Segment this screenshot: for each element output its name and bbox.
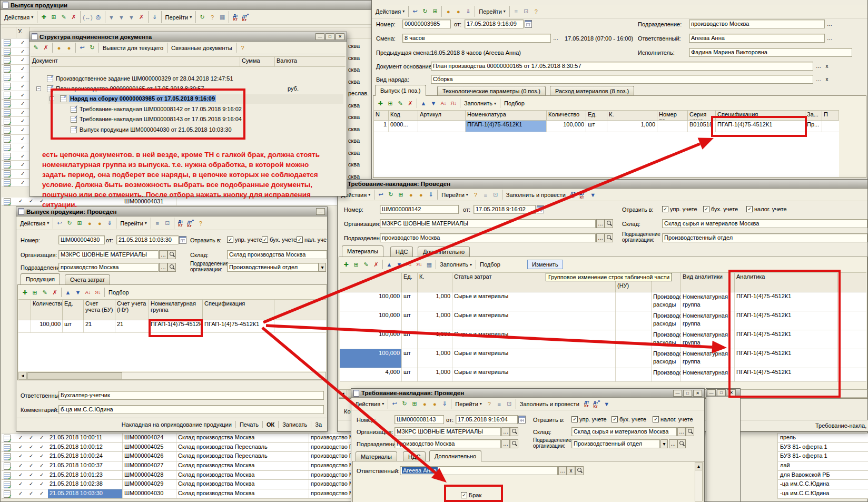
list-row[interactable]: ✓ [2,126,29,135]
save-button[interactable]: Записать [279,421,311,428]
minimize-icon[interactable]: — [316,208,325,215]
clear-button[interactable]: x [567,466,575,475]
col-specification[interactable]: Спецификация [203,299,274,320]
move-down-icon[interactable]: ▼ [429,99,438,108]
tab-tech-params[interactable]: Технологические параметры (0 поз.) [437,86,546,96]
move-up-icon[interactable]: ▲ [63,288,73,297]
refresh-icon[interactable]: ↻ [420,7,430,16]
maximize-icon[interactable]: □ [717,389,726,396]
fill-and-post-button[interactable]: Заполнить и провести [504,191,568,199]
calendar-icon[interactable] [179,236,186,244]
more-button[interactable]: … [814,75,823,84]
list-row[interactable]: ✓ [2,38,29,47]
date-cell[interactable]: 21.05.2018 10:00:24 [48,452,123,461]
move-down-icon[interactable]: ▼ [394,260,404,269]
col-unit[interactable]: Ед. [402,272,418,292]
warehouse-cell[interactable]: Склад производства Переславль [176,452,309,461]
nomenclature-group-cell[interactable]: ПГАП-1(4)75-4512К1 [149,320,203,332]
close-icon[interactable]: ✕ [727,389,736,396]
col-extra[interactable] [838,272,866,292]
department-field[interactable]: производство Москва [394,439,501,448]
col-document[interactable]: Документ [31,56,240,67]
number-field[interactable]: ШМ000004030 [58,235,105,244]
responsible-field[interactable]: Агеева Анна [689,34,825,43]
list-settings-icon[interactable]: ≡ [481,190,490,199]
more-button[interactable]: … [159,250,167,259]
list-row[interactable]: ✓ [2,56,29,65]
date-field[interactable]: 17.05.2018 9:16:02 [474,205,536,214]
list-row[interactable]: ✓ [2,65,29,74]
dept-org-field[interactable]: Производственный отдел [571,439,660,448]
list-settings-icon[interactable]: ≡ [153,219,162,228]
col-marker[interactable] [18,299,31,320]
tab-materials[interactable]: Материалы [356,451,397,461]
lookup-button[interactable] [605,233,613,242]
specification-cell[interactable]: ПГАП-1(4)75-4512К1 [716,121,805,132]
copy-icon[interactable]: ⊞ [75,219,84,228]
number-cell[interactable]: ШМ000004026 [123,452,176,461]
filter-icon[interactable]: ▼ [602,399,611,408]
department-cell[interactable]: производство Пер [309,452,351,461]
dropdown-button[interactable]: ▾ [319,263,326,272]
pick-button[interactable]: Подбор [502,100,527,107]
checkbox-buh[interactable]: ✓бух. учете [703,206,738,212]
close-button-cut[interactable]: За [311,421,326,428]
print-icon[interactable]: ▦ [218,13,227,22]
dept-org-field[interactable]: Производственный отдел [662,233,867,242]
copy-icon[interactable]: ⊞ [49,13,58,22]
maximize-icon[interactable]: □ [326,33,334,40]
number-field[interactable]: ШМ000008142 [380,205,459,214]
material-row[interactable]: 100,000 шт 1,000 Сырье и материалы Произ… [340,311,866,330]
list-row[interactable]: ✓ [2,82,29,91]
sort-az-icon[interactable]: А↓ [405,260,414,269]
list-row[interactable]: ✓ [2,143,29,152]
nomenclature-cell[interactable]: ПГАП-1(4)75-4512К1 [466,121,547,132]
number-cell[interactable]: ШМ000004029 [123,480,176,489]
tab-materials[interactable]: Материалы [342,245,383,257]
dtkt-nu-icon[interactable]: ДтнКт [578,190,588,199]
department-field[interactable]: производство Москва [380,233,596,242]
refresh-icon[interactable]: ↻ [386,190,396,199]
date-cell[interactable]: 21.05.2018 10:00:12 [48,443,123,452]
number-cell[interactable]: ШМ000004028 [123,471,176,480]
col-series[interactable]: Серия номе... [688,110,716,121]
unpost-icon[interactable]: ● [95,219,104,228]
collapse-icon[interactable]: − [50,96,54,101]
tree-row[interactable]: Требование-накладная ШМ000008143 от 17.0… [29,115,347,125]
fill-menu[interactable]: Заполнить▾ [462,100,498,107]
responsible-field[interactable]: Бухгалтер-учетчик [58,391,324,400]
titlebar-structure[interactable]: Структура подчиненности документа — □ ✕ [29,32,347,42]
col-batch[interactable]: Номер па... [657,110,688,121]
goto-menu[interactable]: Перейти▾ [439,191,470,199]
tree-row-selected[interactable]: − Наряд на сборку 00000003985 от 17.05.2… [29,94,347,104]
list-row[interactable]: ✓ ✓ ✓ 21.05.2018 10:00:12 ШМ000004025 Ск… [2,443,351,452]
tree-row[interactable]: Требование-накладная ШМ000008142 от 17.0… [29,105,347,115]
list-row[interactable]: ✓ ✓ ✓ 21.05.2018 10:02:38 ШМ000004029 Ск… [2,480,351,489]
add-icon[interactable]: ✚ [376,99,385,108]
dtkt-nu-icon[interactable]: ДтнКт [186,219,195,228]
department-cell[interactable]: производство Мос [309,471,351,480]
col-account-nu[interactable]: Счет учета (НУ) [115,299,149,320]
calc-icon[interactable]: ▦ [425,260,434,269]
checkbox-brak[interactable]: ✓Брак [461,492,481,498]
checkbox-upr[interactable]: ✓упр. учете [571,416,607,422]
organization-field[interactable]: МЗКРС ШОВНЫЕ МАТЕРИАЛЫ [58,250,159,259]
refresh-icon[interactable]: ↻ [87,43,97,52]
goto-menu[interactable]: Перейти▾ [118,220,149,227]
copy-icon[interactable]: ⊞ [351,260,361,269]
actions-menu[interactable]: Действия▾ [18,220,51,227]
tab-nds[interactable]: НДС [403,451,426,461]
lookup-button[interactable] [510,427,518,436]
dept-org-field[interactable]: Производственный отдел [227,263,319,272]
organization-field[interactable]: МЗКРС ШОВНЫЕ МАТЕРИАЛЫ [380,219,596,228]
material-row[interactable]: 100,000 шт 1,000 Сырье и материалы Произ… [340,349,866,368]
list-settings-icon[interactable]: ≡ [495,399,504,408]
quantity-cell[interactable]: 4,000 [340,368,402,381]
quantity-cell[interactable]: 100,000 [340,330,402,349]
help-icon[interactable]: ? [531,7,541,16]
scroll-up-icon[interactable]: ▲ [695,462,702,470]
warehouse-field[interactable]: Склад производства Москва [227,250,327,259]
refresh-icon[interactable]: ↻ [198,13,207,22]
production-row[interactable]: 100,000 шт 21 21 ПГАП-1(4)75-4512К1 ПГАП… [18,320,326,333]
titlebar-tn1[interactable]: Требование-накладная: Проведен [338,180,867,189]
